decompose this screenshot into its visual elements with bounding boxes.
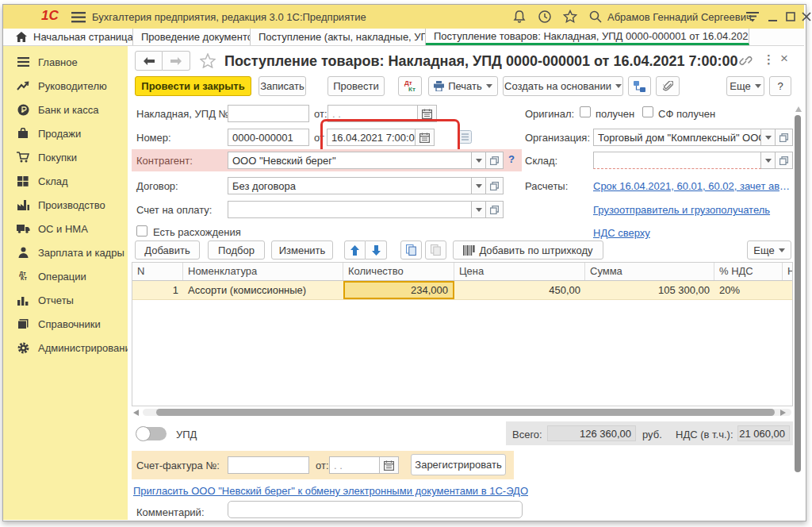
more-dots-icon[interactable]: ⋮ [763, 52, 775, 67]
original-received-checkbox[interactable] [580, 106, 591, 117]
form-more-button[interactable]: Еще [726, 76, 764, 96]
col-header-price[interactable]: Цена [454, 263, 585, 280]
col-header-vat[interactable]: НД [783, 263, 792, 280]
attachments-button[interactable] [656, 76, 680, 96]
history-icon[interactable] [538, 10, 552, 24]
col-header-n[interactable]: N [132, 263, 183, 280]
sidebar-item-sklad[interactable]: Склад [11, 170, 126, 192]
cell-vat[interactable] [783, 281, 792, 299]
favorite-star-icon[interactable] [200, 53, 216, 68]
number-input[interactable]: 0000-000001 [228, 129, 309, 146]
counterparty-input[interactable]: ООО "Невский берег" [228, 152, 472, 169]
save-button[interactable]: Записать [259, 76, 306, 96]
sidebar-item-os-i-nma[interactable]: ОС и НМА [11, 217, 126, 240]
service-menu-icon[interactable] [745, 11, 760, 22]
counterparty-help-link[interactable]: ? [508, 153, 515, 165]
move-up-button[interactable] [344, 240, 366, 260]
paste-row-button[interactable] [425, 240, 446, 260]
back-button[interactable] [135, 51, 163, 71]
notifications-icon[interactable] [512, 10, 527, 24]
col-header-nomenclature[interactable]: Номенклатура [183, 263, 343, 280]
warehouse-input[interactable] [593, 152, 761, 169]
form-close-icon[interactable]: × [780, 51, 788, 67]
post-button[interactable]: Провести [327, 76, 385, 96]
cell-price[interactable]: 450,00 [454, 281, 585, 299]
document-date-input[interactable]: 16.04.2021 7:00:00 [327, 129, 416, 146]
table-more-button[interactable]: Еще [747, 240, 791, 260]
cell-nomenclature[interactable]: Ассорти (комиссионные) [183, 281, 343, 299]
calendar-icon[interactable] [418, 105, 437, 122]
open-button[interactable] [776, 129, 793, 146]
tab-document-posting[interactable]: Проведение документов × [133, 29, 251, 45]
sidebar-item-spravochniki[interactable]: Справочники [11, 313, 126, 335]
dt-kt-button[interactable]: ДтКт [398, 76, 422, 96]
open-button[interactable] [776, 152, 793, 169]
sidebar-item-glavnoe[interactable]: Главное [11, 51, 126, 73]
current-user[interactable]: Абрамов Геннадий Сергеевич [607, 11, 752, 23]
calendar-icon[interactable] [416, 129, 435, 146]
edo-invite-link[interactable]: Пригласить ООО "Невский берег" к обмену … [133, 485, 528, 497]
forward-button[interactable] [163, 51, 190, 71]
vscroll-up-arrow[interactable] [795, 106, 802, 112]
minimize-button[interactable] [768, 11, 779, 22]
hscroll-right-arrow[interactable] [780, 410, 786, 416]
hscroll-thumb[interactable] [156, 409, 775, 416]
payment-invoice-input[interactable] [228, 201, 472, 218]
sidebar-item-rukovoditelyu[interactable]: Руководителю [11, 75, 126, 97]
open-button[interactable] [486, 177, 504, 194]
comment-input[interactable] [228, 501, 523, 518]
help-button[interactable]: ? [769, 76, 791, 96]
maximize-button[interactable] [785, 11, 796, 22]
invoice-date-input[interactable]: . . [327, 105, 418, 122]
structure-report-button[interactable] [628, 76, 651, 96]
dropdown-button[interactable] [472, 177, 486, 194]
upd-toggle[interactable] [136, 427, 167, 440]
sidebar-item-operacii[interactable]: Дт Кт Операции [11, 265, 126, 287]
open-button[interactable] [486, 201, 504, 218]
main-menu-icon[interactable] [71, 11, 86, 24]
col-header-quantity[interactable]: Количество [343, 263, 454, 280]
sidebar-item-otchety[interactable]: Отчеты [11, 289, 126, 311]
pick-button[interactable]: Подбор [208, 240, 265, 260]
organization-input[interactable]: Торговый дом "Комплексный" ООО [593, 129, 761, 146]
register-invoice-button[interactable]: Зарегистрировать [411, 454, 506, 475]
dropdown-button[interactable] [761, 152, 776, 169]
sidebar-item-administrirovanie[interactable]: Администрирование [11, 337, 126, 359]
print-button[interactable]: Печать [428, 76, 498, 96]
vscroll-thumb[interactable] [795, 115, 801, 472]
sidebar-item-prodazhi[interactable]: Продажи [11, 122, 126, 144]
open-button[interactable] [486, 152, 504, 169]
dropdown-button[interactable] [472, 201, 486, 218]
invoice-no-input[interactable] [228, 105, 309, 122]
sf-received-checkbox[interactable] [642, 106, 653, 117]
consignor-link[interactable]: Грузоотправитель и грузополучатель [593, 204, 770, 216]
sf-number-input[interactable] [228, 456, 309, 474]
cell-sum[interactable]: 105 300,00 [585, 281, 714, 299]
sidebar-item-pokupki[interactable]: Покупки [11, 146, 126, 168]
contract-input[interactable]: Без договора [228, 177, 472, 194]
sidebar-item-proizvodstvo[interactable]: Производство [11, 194, 126, 216]
add-row-button[interactable]: Добавить [135, 240, 200, 260]
hscroll-left-arrow[interactable] [133, 410, 139, 416]
table-row[interactable]: 1 Ассорти (комиссионные) 234,000 450,00 … [132, 281, 792, 300]
settlements-link[interactable]: Срок 16.04.2021, 60.01, 60.02, зачет ава… [593, 180, 793, 192]
post-and-close-button[interactable]: Провести и закрыть [135, 76, 251, 96]
calendar-icon[interactable] [380, 456, 399, 474]
dropdown-button[interactable] [472, 152, 486, 169]
sf-date-input[interactable]: . . [329, 456, 380, 474]
add-by-barcode-button[interactable]: Добавить по штрихкоду [453, 240, 603, 260]
cell-n[interactable]: 1 [132, 281, 183, 299]
document-list-icon[interactable] [458, 130, 472, 144]
col-header-sum[interactable]: Сумма [585, 263, 714, 280]
window-close-button[interactable] [801, 11, 812, 22]
sidebar-item-bank-i-kassa[interactable]: Банк и касса [11, 98, 126, 121]
cell-quantity-selected[interactable]: 234,000 [343, 281, 454, 299]
copy-row-button[interactable] [400, 240, 422, 260]
change-button[interactable]: Изменить [271, 240, 333, 260]
move-down-button[interactable] [366, 240, 387, 260]
create-from-button[interactable]: Создать на основании [503, 76, 623, 96]
col-header-vat-percent[interactable]: % НДС [714, 263, 783, 280]
search-icon[interactable] [588, 10, 603, 24]
copy-link-icon[interactable] [739, 54, 753, 67]
tab-goods-receipt-document[interactable]: Поступление товаров: Накладная, УПД 0000… [426, 29, 749, 45]
